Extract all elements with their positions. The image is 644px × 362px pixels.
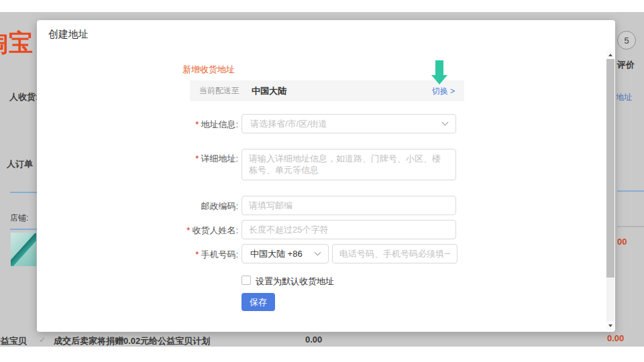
bg-order-label: 人订单	[7, 158, 33, 170]
arrow-up-icon	[608, 54, 612, 56]
required-mark: *	[195, 249, 199, 259]
bg-divider-left-1	[10, 192, 37, 193]
pen-image-shape	[11, 233, 36, 266]
bg-divider-right-1	[617, 190, 644, 192]
postal-field-label: 邮政编码:	[131, 200, 238, 213]
name-field-label: *收货人姓名:	[131, 225, 238, 237]
pointer-arrow-icon	[431, 75, 447, 84]
bg-shipping-label: 人收货:	[9, 91, 38, 103]
delivery-label: 当前配送至	[199, 85, 239, 97]
phone-field-label: *手机号码:	[131, 249, 238, 261]
donation-text: 成交后卖家将捐赠0.02元给公益宝贝计划	[54, 335, 210, 347]
scrollbar-thumb[interactable]	[606, 59, 614, 278]
postal-code-input[interactable]	[241, 196, 456, 215]
taobao-logo: 淘宝	[0, 29, 36, 56]
chevron-down-icon	[315, 249, 321, 256]
save-button[interactable]: 保存	[241, 293, 275, 311]
step-badge-count: 5	[624, 36, 629, 46]
step-badge: 5	[617, 31, 636, 50]
scrollbar-up-button[interactable]	[606, 50, 614, 59]
bg-price-partial: 00	[617, 237, 627, 247]
product-thumbnail-pen	[11, 233, 36, 266]
modal-scrollbar[interactable]	[606, 50, 614, 330]
default-address-checkbox[interactable]	[241, 276, 251, 285]
region-field-label: *地址信息:	[131, 119, 238, 131]
donation-amount: 0.00	[305, 335, 322, 345]
bg-address-link: 地址	[616, 92, 632, 103]
total-amount: 0.00	[607, 333, 624, 343]
required-mark: *	[186, 225, 190, 235]
phone-country-value: 中国大陆 +86	[250, 248, 315, 260]
screen: 淘宝 人收货: 人订单 店铺: 5 评价 地址 00 公益宝贝 ✓ 成交后卖家将…	[0, 0, 644, 362]
bg-divider-left-2	[10, 229, 37, 230]
detail-field-label: *详细地址:	[131, 153, 238, 165]
bg-divider-right-2	[617, 226, 644, 227]
delivery-region-bar: 当前配送至 中国大陆 切换 >	[190, 80, 464, 101]
new-address-section-title: 新增收货地址	[182, 64, 235, 76]
taobao-logo-text: 淘宝	[0, 29, 36, 56]
required-mark: *	[195, 119, 199, 129]
phone-number-input[interactable]	[332, 244, 458, 263]
charity-label: 公益宝贝	[0, 335, 27, 347]
pointer-arrow-shaft	[435, 60, 443, 76]
bg-shop-label: 店铺:	[10, 213, 28, 224]
scrollbar-down-button[interactable]	[606, 321, 614, 330]
receiver-name-input[interactable]	[241, 220, 456, 239]
region-select-placeholder: 请选择省/市/区/街道	[250, 118, 443, 130]
detail-address-textarea[interactable]	[241, 149, 456, 180]
phone-country-select[interactable]: 中国大陆 +86	[241, 244, 329, 263]
arrow-down-icon	[608, 324, 612, 327]
default-address-checkbox-label[interactable]: 设置为默认收货地址	[256, 276, 334, 288]
switch-region-link[interactable]: 切换 >	[432, 86, 455, 97]
chevron-down-icon	[442, 119, 449, 126]
region-select[interactable]: 请选择省/市/区/街道	[241, 114, 456, 133]
charity-checkbox-icon: ✓	[39, 335, 46, 345]
create-address-modal: 创建地址 新增收货地址 当前配送至 中国大陆 切换 > *地址信息: 请选择省/…	[37, 20, 615, 332]
modal-title: 创建地址	[48, 28, 89, 41]
bg-review-label: 评价	[617, 59, 635, 71]
delivery-value: 中国大陆	[252, 85, 286, 97]
required-mark: *	[195, 154, 199, 164]
